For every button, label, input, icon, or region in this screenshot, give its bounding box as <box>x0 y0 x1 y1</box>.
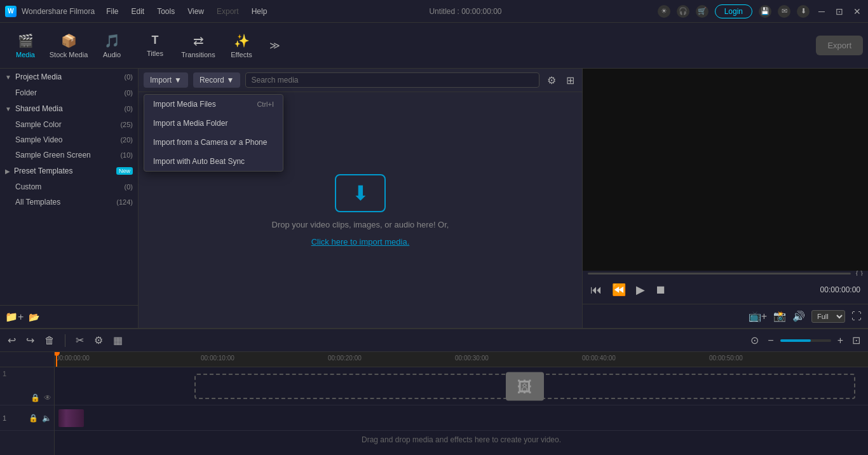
snapshot-icon[interactable]: 📸 <box>773 310 786 322</box>
shared-media-header[interactable]: ▼ Shared Media (0) <box>0 100 138 117</box>
add-to-timeline-icon[interactable]: 📺+ <box>749 310 767 322</box>
skip-back-button[interactable]: ⏮ <box>590 283 602 297</box>
play-button[interactable]: ▶ <box>636 283 645 297</box>
filter-icon[interactable]: ⚙ <box>545 73 559 88</box>
zoom-fit-icon[interactable]: ⊙ <box>748 333 761 348</box>
main-layout: ▼ Project Media (0) Folder (0) ▼ Shared … <box>0 69 868 328</box>
ruler-mark-2: 00:00:20:00 <box>328 355 362 362</box>
record-button[interactable]: Record ▼ <box>193 72 241 88</box>
all-templates-item[interactable]: All Templates (124) <box>0 194 138 210</box>
tool-media[interactable]: 🎬 Media <box>5 27 46 65</box>
video-drop-zone[interactable]: 🖼 <box>194 374 855 399</box>
settings-button[interactable]: ⚙ <box>92 333 105 348</box>
cart-icon[interactable]: 🛒 <box>696 5 709 18</box>
volume-icon[interactable]: 🔊 <box>792 310 805 322</box>
import-media-files-item[interactable]: Import Media Files Ctrl+I <box>144 95 283 114</box>
project-media-label: Project Media <box>15 72 125 81</box>
tool-audio[interactable]: 🎵 Audio <box>92 27 132 65</box>
tool-titles-label: Titles <box>147 50 163 57</box>
delete-button[interactable]: 🗑 <box>42 334 57 348</box>
tool-transitions[interactable]: ⇄ Transitions <box>178 27 219 65</box>
sample-green-item[interactable]: Sample Green Screen (10) <box>0 147 138 163</box>
import-folder-item[interactable]: Import a Media Folder <box>144 114 283 133</box>
headset-icon[interactable]: 🎧 <box>677 5 689 18</box>
media-thumbnail[interactable]: 🖼 <box>506 372 544 401</box>
email-icon[interactable]: ✉ <box>778 5 790 18</box>
custom-item[interactable]: Custom (0) <box>0 179 138 194</box>
folder-item[interactable]: Folder (0) <box>0 85 138 100</box>
undo-button[interactable]: ↩ <box>5 333 18 348</box>
tool-titles[interactable]: T Titles <box>135 27 175 65</box>
menu-edit[interactable]: Edit <box>125 4 151 18</box>
import-beat-sync-item[interactable]: Import with Auto Beat Sync <box>144 152 283 171</box>
preview-total-time: 00:00:00:00 <box>820 285 860 294</box>
more-tools-button[interactable]: ≫ <box>264 37 285 54</box>
save-icon[interactable]: 💾 <box>759 5 771 18</box>
zoom-reset-icon[interactable]: ⊡ <box>850 333 863 348</box>
record-label: Record <box>200 76 224 85</box>
preset-templates-header[interactable]: ▶ Preset Templates New <box>0 163 138 179</box>
zoom-out-icon[interactable]: − <box>765 334 776 348</box>
zoom-in-icon[interactable]: + <box>835 334 846 348</box>
menu-tools[interactable]: Tools <box>151 4 181 18</box>
zoom-slider[interactable] <box>780 339 831 342</box>
import-files-label: Import Media Files <box>153 100 216 109</box>
folder-browse-icon[interactable]: 📂 <box>29 312 39 322</box>
grid-view-icon[interactable]: ⊞ <box>564 73 577 88</box>
zoom-select[interactable]: Full 50% 75% <box>811 310 845 323</box>
tool-stock-label: Stock Media <box>50 51 88 58</box>
sample-color-item[interactable]: Sample Color (25) <box>0 117 138 132</box>
import-link[interactable]: Click here to import media. <box>311 237 410 247</box>
menu-view[interactable]: View <box>181 4 210 18</box>
project-media-header[interactable]: ▼ Project Media (0) <box>0 69 138 85</box>
ripple-edit-button[interactable]: ▦ <box>111 333 125 348</box>
timeline-zoom-controls: ⊙ − + ⊡ <box>748 333 863 348</box>
video-track-label: 1 🔒 👁 <box>0 367 54 405</box>
sample-video-item[interactable]: Sample Video (20) <box>0 132 138 147</box>
stop-button[interactable]: ⏹ <box>655 283 667 297</box>
menu-help[interactable]: Help <box>245 4 274 18</box>
export-button[interactable]: Export <box>816 36 863 55</box>
search-input[interactable] <box>245 72 539 88</box>
sample-video-label: Sample Video <box>15 135 120 144</box>
import-dropdown: Import Media Files Ctrl+I Import a Media… <box>144 94 283 172</box>
folder-count: (0) <box>125 89 133 97</box>
maximize-button[interactable]: ⊡ <box>834 6 845 17</box>
import-button[interactable]: Import ▼ <box>144 72 188 88</box>
timeline-ruler[interactable]: 00:00:00:00 00:00:10:00 00:00:20:00 00:0… <box>55 352 868 367</box>
tool-effects-label: Effects <box>231 51 252 58</box>
fullscreen-icon[interactable]: ⛶ <box>851 311 862 322</box>
tool-effects[interactable]: ✨ Effects <box>221 27 262 65</box>
preview-progress-track[interactable] <box>588 273 851 275</box>
drop-text: Drop your video clips, images, or audio … <box>272 220 449 229</box>
menu-export[interactable]: Export <box>210 4 245 18</box>
import-camera-item[interactable]: Import from a Camera or a Phone <box>144 133 283 152</box>
menu-file[interactable]: File <box>100 4 125 18</box>
redo-button[interactable]: ↪ <box>24 333 37 348</box>
eye-icon[interactable]: 👁 <box>44 393 51 402</box>
sun-icon[interactable]: ☀ <box>658 5 670 18</box>
tool-stock[interactable]: 📦 Stock Media <box>48 27 89 65</box>
toolbar-sep-1 <box>65 334 65 347</box>
transitions-icon: ⇄ <box>193 33 204 48</box>
playhead-cursor[interactable] <box>56 352 57 367</box>
ruler-mark-1: 00:00:10:00 <box>201 355 234 362</box>
audio-waveform <box>58 409 84 427</box>
video-track-row: 🖼 <box>55 367 868 405</box>
drag-drop-hint: Drag and drop media and effects here to … <box>55 431 868 449</box>
cut-button[interactable]: ✂ <box>73 333 86 348</box>
audio-lock-icon[interactable]: 🔒 <box>29 414 38 423</box>
add-folder-icon[interactable]: 📁+ <box>5 311 24 323</box>
timeline-content: 1 🔒 👁 1 🔒 🔈 00:00:00:00 00:00:10:00 00:0… <box>0 352 868 455</box>
minimize-button[interactable]: ─ <box>816 6 827 17</box>
tool-audio-label: Audio <box>103 51 121 58</box>
audio-mute-icon[interactable]: 🔈 <box>42 414 51 423</box>
step-back-button[interactable]: ⏪ <box>612 283 626 297</box>
media-icon: 🎬 <box>18 33 34 48</box>
lock-icon[interactable]: 🔒 <box>31 393 40 402</box>
import-camera-label: Import from a Camera or a Phone <box>153 138 267 147</box>
login-button[interactable]: Login <box>715 4 752 18</box>
close-button[interactable]: ✕ <box>851 6 863 17</box>
download-icon[interactable]: ⬇ <box>797 5 810 18</box>
toolbar: 🎬 Media 📦 Stock Media 🎵 Audio T Titles ⇄… <box>0 23 868 69</box>
